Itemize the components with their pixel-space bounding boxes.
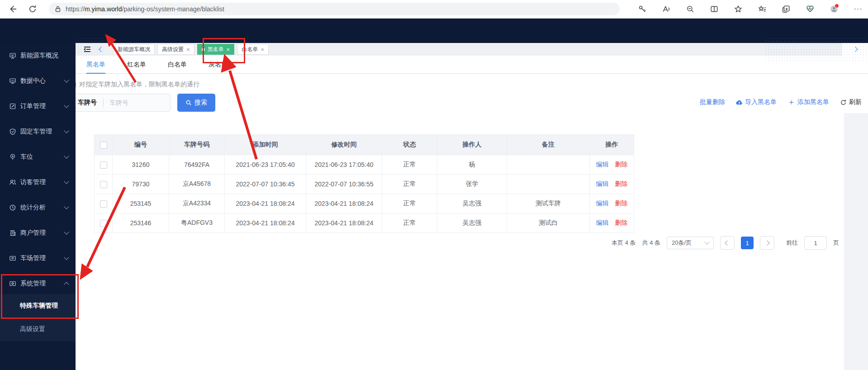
sidebar-item-2[interactable]: 数据中心: [0, 71, 76, 91]
page-tab-4[interactable]: 白名单×: [237, 44, 269, 55]
table-row: 253146粤ADFGV32023-04-21 18:08:242023-04-…: [95, 213, 634, 233]
column-header: 编号: [113, 135, 169, 155]
browser-back-icon[interactable]: [8, 5, 17, 14]
cell-operator: 吴志强: [437, 194, 507, 213]
select-all-checkbox[interactable]: [100, 142, 107, 149]
table-row: 79730京A456782022-07-07 10:36:452022-07-0…: [95, 175, 634, 194]
delete-link[interactable]: 删除: [615, 180, 628, 187]
browser-essentials-icon[interactable]: [806, 5, 815, 14]
plus-icon: ＋: [787, 98, 795, 106]
next-page-button[interactable]: [760, 236, 774, 250]
sidebar-item-10[interactable]: 系统管理: [0, 273, 76, 294]
active-tab-dot: [202, 48, 205, 51]
cell-modified-time: 2021-06-23 17:05:40: [306, 155, 382, 175]
column-header: 车牌号码: [169, 135, 225, 155]
row-checkbox[interactable]: [100, 181, 107, 188]
read-aloud-icon[interactable]: [662, 5, 671, 14]
profile-avatar-icon[interactable]: [830, 5, 839, 14]
sidebar-menu: 新能源车概况数据中心订单管理固定车管理车位访客管理统计分析商户管理车场管理系统管…: [0, 45, 76, 299]
url-text: https://m.yima.world/parking-os/system-m…: [66, 5, 224, 13]
system-icon: [9, 280, 16, 287]
sidebar-item-1[interactable]: 新能源车概况: [0, 45, 76, 66]
favorite-star-icon[interactable]: [734, 5, 743, 14]
column-header: 操作: [590, 135, 634, 155]
subtab-3[interactable]: 白名单: [168, 56, 187, 74]
table-body: 3126076492FA2021-06-23 17:05:402021-06-2…: [95, 155, 634, 233]
plate-number-input[interactable]: [104, 99, 164, 106]
lock-icon[interactable]: [54, 5, 62, 13]
sidebar-item-label: 新能源车概况: [20, 52, 58, 60]
tab-close-icon[interactable]: ×: [261, 47, 264, 52]
delete-link[interactable]: 删除: [615, 199, 628, 207]
sidebar-submenu: 特殊车辆管理高级设置: [0, 294, 76, 341]
split-screen-icon[interactable]: [710, 5, 719, 14]
chevron-up-icon: [64, 282, 69, 287]
row-select-cell: [95, 194, 113, 213]
sidebar-item-label: 系统管理: [20, 280, 46, 288]
search-button[interactable]: 搜索: [177, 94, 215, 112]
sidebar-item-8[interactable]: 商户管理: [0, 223, 76, 243]
batch-delete-link[interactable]: 批量删除: [700, 98, 725, 106]
cell-status: 正常: [382, 194, 437, 213]
row-checkbox[interactable]: [100, 200, 107, 208]
edit-link[interactable]: 编辑: [596, 161, 609, 168]
cell-id: 79730: [113, 175, 169, 194]
import-blacklist-link[interactable]: 导入黑名单: [736, 98, 777, 106]
edit-link[interactable]: 编辑: [596, 199, 609, 207]
cell-operator: 张学: [437, 175, 507, 194]
header-dot-pattern: [77, 37, 104, 60]
sidebar-item-6[interactable]: 访客管理: [0, 172, 76, 193]
browser-refresh-icon[interactable]: [28, 5, 37, 14]
prev-page-button[interactable]: [720, 236, 735, 250]
zoom-out-icon[interactable]: [686, 5, 695, 14]
cell-plate: 粤ADFGV3: [169, 213, 225, 233]
sidebar-item-4[interactable]: 固定车管理: [0, 121, 76, 142]
page-size-select[interactable]: 20条/页: [667, 237, 714, 249]
page-tab-1[interactable]: 新能源车概况: [113, 44, 155, 55]
cell-remark: [507, 155, 590, 175]
sidebar-item-label: 访客管理: [20, 178, 46, 186]
add-blacklist-link[interactable]: ＋ 添加黑名单: [787, 98, 829, 106]
sidebar-item-7[interactable]: 统计分析: [0, 197, 76, 218]
plate-filter: 车牌号: [70, 94, 171, 112]
refresh-link[interactable]: 刷新: [840, 98, 862, 106]
subtab-4[interactable]: 灰名单: [209, 56, 228, 74]
tab-close-icon[interactable]: ×: [227, 47, 230, 52]
edit-link[interactable]: 编辑: [596, 180, 609, 187]
sidebar: 新能源车概况数据中心订单管理固定车管理车位访客管理统计分析商户管理车场管理系统管…: [0, 43, 76, 370]
blacklist-table-card: 编号车牌号码添加时间修改时间状态操作人备注操作 3126076492FA2021…: [94, 134, 844, 231]
browser-toolbar: https://m.yima.world/parking-os/system-m…: [0, 0, 868, 19]
row-checkbox[interactable]: [100, 161, 107, 169]
subtab-2[interactable]: 红名单: [127, 56, 146, 74]
profile-alert-dot: [835, 4, 839, 8]
collections-icon[interactable]: [782, 5, 791, 14]
current-page-button[interactable]: 1: [741, 237, 754, 249]
page-tab-3[interactable]: 黑名单×: [197, 44, 235, 55]
password-key-icon[interactable]: [638, 5, 647, 14]
browser-menu-dots-icon[interactable]: ···: [854, 5, 863, 14]
tab-close-icon[interactable]: ×: [186, 47, 190, 52]
cell-remark: 测试白: [507, 213, 590, 233]
table-action-links: 批量删除 导入黑名单 ＋ 添加黑名单 刷新: [700, 97, 862, 108]
sidebar-item-9[interactable]: 车场管理: [0, 248, 76, 269]
sidebar-subitem-1[interactable]: 特殊车辆管理: [0, 294, 76, 318]
stats-icon: [9, 204, 16, 211]
goto-page-input[interactable]: [804, 236, 827, 250]
sidebar-item-5[interactable]: 车位: [0, 147, 76, 167]
cell-modified-time: 2023-04-21 18:08:24: [306, 213, 382, 233]
search-button-label: 搜索: [194, 99, 207, 107]
chevron-down-icon: [64, 229, 69, 234]
sidebar-subitem-2[interactable]: 高级设置: [0, 318, 76, 341]
sidebar-item-3[interactable]: 订单管理: [0, 96, 76, 117]
favorites-bar-icon[interactable]: [758, 5, 767, 14]
delete-link[interactable]: 删除: [615, 161, 628, 168]
page-tab-2[interactable]: 高级设置×: [157, 44, 194, 55]
delete-link[interactable]: 删除: [615, 219, 628, 226]
cloud-upload-icon: [736, 99, 743, 106]
edit-link[interactable]: 编辑: [596, 219, 609, 226]
chevron-down-icon: [64, 153, 69, 158]
cell-operator: 吴志强: [437, 213, 507, 233]
address-bar[interactable]: https://m.yima.world/parking-os/system-m…: [49, 3, 620, 15]
cell-status: 正常: [382, 213, 437, 233]
row-checkbox[interactable]: [100, 220, 107, 227]
